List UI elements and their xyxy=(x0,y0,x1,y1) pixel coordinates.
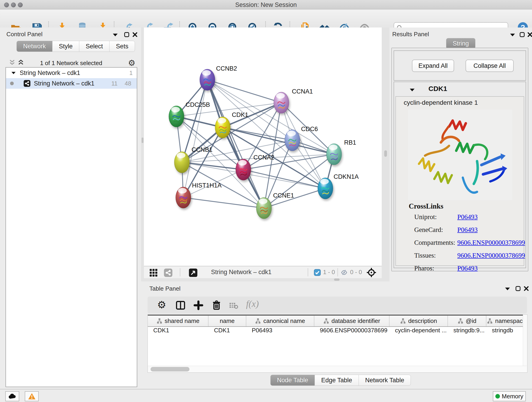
network-edge[interactable] xyxy=(183,198,264,208)
column-header-name[interactable]: name xyxy=(209,316,246,326)
network-edge[interactable] xyxy=(243,170,325,188)
column-header-namespace[interactable]: namespace xyxy=(486,316,527,326)
cloud-status-button[interactable] xyxy=(5,391,19,401)
network-node-rb1[interactable] xyxy=(325,142,343,166)
network-node-ccne1[interactable] xyxy=(255,196,273,220)
table-cell[interactable]: CDK1 xyxy=(148,327,209,337)
panel-menu-icon[interactable] xyxy=(505,287,510,291)
column-type-icon xyxy=(323,318,329,324)
column-header-description[interactable]: description xyxy=(389,316,448,326)
tab-network[interactable]: Network xyxy=(17,41,52,52)
horizontal-splitter-grip[interactable] xyxy=(334,279,340,281)
left-splitter-grip[interactable] xyxy=(142,138,143,143)
column-header-database-identifier[interactable]: database identifier xyxy=(314,316,389,326)
crosslink-link[interactable]: P06493 xyxy=(457,213,478,221)
network-options-gear-icon[interactable]: ⚙ xyxy=(128,58,135,68)
float-panel-icon[interactable] xyxy=(124,32,130,38)
function-builder-icon: f(x) xyxy=(246,298,259,309)
create-column-plus-icon[interactable] xyxy=(193,300,203,310)
close-panel-icon[interactable] xyxy=(527,32,532,38)
table-vertical-scrollbar[interactable] xyxy=(523,315,527,372)
crosslink-link[interactable]: 9606.ENSP00000378699 xyxy=(457,252,525,259)
crosslink-row: Tissues:9606.ENSP00000378699 xyxy=(414,252,520,262)
table-cell[interactable]: P06493 xyxy=(246,327,314,337)
table-cell[interactable]: stringdb:9... xyxy=(448,327,486,337)
crosslink-link[interactable]: P06493 xyxy=(457,226,478,234)
crosslink-link[interactable]: P06493 xyxy=(457,264,478,272)
grid-view-icon[interactable] xyxy=(149,268,158,277)
table-cell[interactable]: CDK1 xyxy=(209,327,246,337)
column-header--id[interactable]: @id xyxy=(448,316,486,326)
network-node-cdk1[interactable] xyxy=(214,115,231,140)
table-row[interactable]: CDK1CDK1P064939606.ENSP00000378699cyclin… xyxy=(148,327,527,337)
right-splitter-grip[interactable] xyxy=(384,150,387,157)
tab-style[interactable]: Style xyxy=(52,41,79,52)
column-type-icon xyxy=(457,318,463,324)
selected-checkbox-icon[interactable] xyxy=(314,269,321,276)
tab-edge-table[interactable]: Edge Table xyxy=(315,375,359,386)
delete-column-trash-icon[interactable] xyxy=(211,300,222,310)
panel-menu-icon[interactable] xyxy=(112,32,118,37)
float-panel-icon[interactable] xyxy=(519,32,525,38)
scrollbar-thumb[interactable] xyxy=(151,367,190,371)
panel-menu-icon[interactable] xyxy=(510,32,515,37)
network-node-hist1h1a[interactable] xyxy=(175,185,192,210)
network-node-ccnb2[interactable] xyxy=(199,68,216,92)
table-cell[interactable]: stringdb xyxy=(486,327,527,337)
show-columns-icon[interactable] xyxy=(176,300,186,310)
memory-label: Memory xyxy=(502,393,523,400)
network-edge[interactable] xyxy=(207,80,281,103)
tab-select[interactable]: Select xyxy=(79,41,109,52)
memory-button[interactable]: Memory xyxy=(493,391,526,401)
network-node-ccnb1[interactable] xyxy=(173,150,191,174)
table-panel-title: Table Panel xyxy=(149,285,181,292)
attribute-table: shared namenamecanonical namedatabase id… xyxy=(147,314,527,373)
entry-expander-icon[interactable] xyxy=(409,88,415,92)
crosslink-label: Tissues: xyxy=(414,252,436,259)
table-horizontal-scrollbar[interactable] xyxy=(148,366,527,372)
network-edge[interactable] xyxy=(182,162,243,170)
warnings-button[interactable] xyxy=(25,391,39,401)
network-tree-root-row[interactable]: String Network – cdk1 1 xyxy=(6,68,137,78)
network-canvas[interactable]: CCNB2CCNA1CDC25BCDK1CDC6RB1CCNB1CCNA2CDK… xyxy=(144,27,382,266)
birdseye-view-icon[interactable] xyxy=(189,268,198,277)
table-header-row: shared namenamecanonical namedatabase id… xyxy=(148,315,527,327)
network-node-ccna1[interactable] xyxy=(273,90,290,115)
expand-all-button[interactable]: Expand All xyxy=(412,60,454,72)
collapse-all-button[interactable]: Collapse All xyxy=(466,60,514,72)
table-cell[interactable]: 9606.ENSP00000378699 xyxy=(314,327,389,337)
close-panel-icon[interactable] xyxy=(523,286,529,292)
float-panel-icon[interactable] xyxy=(515,286,521,292)
network-list-view-icon[interactable] xyxy=(164,268,173,277)
node-label-ccnb2: CCNB2 xyxy=(216,65,237,72)
crosslink-row: Pharos:P06493 xyxy=(414,264,520,275)
tab-sets[interactable]: Sets xyxy=(109,41,135,52)
column-header-canonical-name[interactable]: canonical name xyxy=(246,316,314,326)
table-cell[interactable]: cyclin-dependent ... xyxy=(389,327,448,337)
tab-string[interactable]: String xyxy=(446,38,476,49)
left-splitter[interactable] xyxy=(141,27,144,281)
column-header-shared-name[interactable]: shared name xyxy=(148,316,209,326)
column-type-icon xyxy=(487,318,493,324)
column-type-icon xyxy=(157,318,162,324)
tab-network-table[interactable]: Network Table xyxy=(359,375,411,386)
node-count: 11 xyxy=(111,80,118,87)
tab-node-table[interactable]: Node Table xyxy=(270,375,315,386)
current-network-name: String Network – cdk1 xyxy=(211,269,272,276)
close-panel-icon[interactable] xyxy=(132,32,138,38)
network-node-cdkn1a[interactable] xyxy=(317,176,334,201)
network-node-cdc6[interactable] xyxy=(284,128,301,153)
column-header-label: name xyxy=(220,317,234,325)
crosslink-label: Pharos: xyxy=(414,264,434,272)
status-bar: Memory xyxy=(0,389,532,402)
table-options-gear-icon[interactable]: ⚙ xyxy=(157,299,166,311)
table-toolbar: ⚙ f(x) xyxy=(147,297,527,313)
network-tree-row-selected[interactable]: String Network – cdk1 11 48 xyxy=(6,78,137,89)
fit-content-crosshair-icon[interactable] xyxy=(367,268,376,277)
network-node-cdc25b[interactable] xyxy=(168,104,185,128)
toolbar-separator xyxy=(180,268,180,276)
network-node-ccna2[interactable] xyxy=(234,157,252,182)
crosslink-link[interactable]: 9606.ENSP00000378699 xyxy=(457,239,525,246)
window-title: Session: New Session xyxy=(0,1,532,8)
tree-expander-icon[interactable] xyxy=(11,71,16,75)
